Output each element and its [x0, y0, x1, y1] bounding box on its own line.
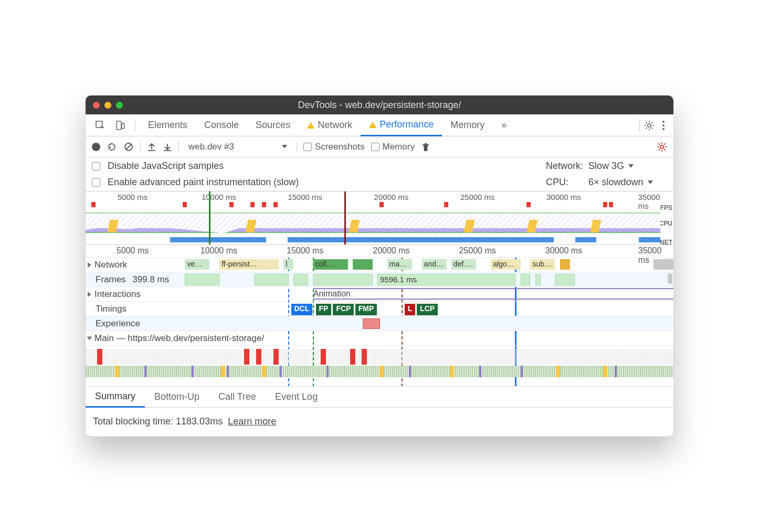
panel-tab-console[interactable]: Console — [196, 114, 247, 136]
checkbox-icon[interactable] — [92, 178, 100, 187]
collapse-triangle-icon[interactable] — [87, 336, 92, 340]
details-tab-summary[interactable]: Summary — [86, 387, 145, 408]
network-request-block[interactable]: sub… — [530, 259, 555, 270]
network-request-block[interactable] — [353, 259, 373, 270]
capture-settings-gear-icon[interactable] — [657, 142, 667, 152]
long-task-marker — [229, 202, 234, 207]
svg-line-8 — [646, 122, 647, 123]
expand-triangle-icon[interactable] — [88, 262, 91, 268]
main-flame-chart[interactable] — [86, 346, 673, 387]
network-request-block[interactable]: def… — [451, 259, 476, 270]
checkbox-icon[interactable] — [92, 162, 100, 171]
details-tabstrip: SummaryBottom-UpCall TreeEvent Log — [86, 387, 673, 408]
memory-toggle[interactable]: Memory — [371, 142, 415, 152]
flame-lanes[interactable]: Network ve…ff-persist…lcoll…ma…and…def…a… — [86, 258, 673, 387]
clear-icon[interactable] — [123, 142, 134, 152]
panel-tab-network[interactable]: Network — [299, 114, 361, 136]
svg-line-16 — [126, 144, 131, 150]
network-throttle-select[interactable]: Slow 3G — [588, 161, 667, 172]
svg-line-24 — [659, 143, 660, 144]
timing-badge-fp[interactable]: FP — [316, 304, 332, 315]
expand-triangle-icon[interactable] — [88, 292, 91, 297]
details-tab-bottom-up[interactable]: Bottom-Up — [145, 387, 209, 407]
details-tab-event-log[interactable]: Event Log — [266, 387, 327, 407]
lane-interactions[interactable]: Interactions Animation — [86, 287, 673, 302]
reload-record-icon[interactable] — [107, 142, 117, 152]
network-request-block[interactable]: ve… — [185, 259, 209, 270]
recording-select[interactable]: web.dev #3 — [185, 141, 290, 153]
panel-tab-performance[interactable]: Performance — [361, 115, 442, 136]
more-menu-icon[interactable] — [662, 120, 665, 131]
dropdown-triangle-icon — [648, 180, 653, 184]
record-button[interactable] — [92, 143, 100, 151]
frame-block[interactable] — [185, 274, 219, 285]
frame-block[interactable] — [313, 274, 373, 285]
cpu-throttle-select[interactable]: 6× slowdown — [588, 177, 667, 188]
timing-badge-lcp[interactable]: LCP — [417, 304, 438, 315]
timing-badge-dcl[interactable]: DCL — [291, 304, 313, 315]
panel-tab-elements[interactable]: Elements — [140, 114, 196, 136]
long-task-marker — [380, 202, 384, 207]
panel-tab-memory[interactable]: Memory — [442, 114, 493, 136]
collect-garbage-icon[interactable] — [421, 142, 430, 152]
settings-gear-icon[interactable] — [644, 120, 655, 131]
frame-block[interactable] — [555, 274, 575, 285]
timeline-overview[interactable]: 5000 ms10000 ms15000 ms20000 ms25000 ms3… — [86, 191, 673, 245]
network-request-block[interactable]: ma… — [387, 259, 412, 270]
svg-point-14 — [662, 128, 665, 130]
network-request-block[interactable]: ff-persist… — [219, 259, 279, 270]
frame-block[interactable] — [535, 274, 541, 285]
panel-tabstrip: ElementsConsoleSourcesNetworkPerformance… — [86, 114, 673, 136]
lane-network[interactable]: Network ve…ff-persist…lcoll…ma…and…def…a… — [86, 258, 673, 272]
layout-shift-block[interactable] — [363, 318, 380, 329]
timing-badge-fcp[interactable]: FCP — [333, 304, 354, 315]
frame-block[interactable]: 9596.1 ms — [377, 274, 515, 285]
titlebar[interactable]: DevTools - web.dev/persistent-storage/ — [86, 95, 673, 114]
maximize-window-button[interactable] — [116, 102, 123, 109]
long-task-marker — [262, 202, 266, 207]
lane-main-header[interactable]: Main — https://web.dev/persistent-storag… — [86, 331, 673, 346]
dropdown-triangle-icon — [628, 164, 634, 168]
network-request-block[interactable]: and… — [422, 259, 447, 270]
network-request-block[interactable]: coll… — [313, 259, 348, 270]
overflow-tabs-button[interactable]: » — [493, 114, 515, 136]
svg-rect-2 — [122, 123, 124, 129]
panel-tab-sources[interactable]: Sources — [247, 114, 299, 136]
long-task-marker — [526, 202, 531, 207]
learn-more-link[interactable]: Learn more — [228, 416, 276, 427]
frame-block[interactable] — [254, 274, 289, 285]
lane-frames[interactable]: Frames.399.8 ms 9596.1 ms — [86, 272, 673, 287]
device-toggle-icon[interactable] — [111, 117, 130, 134]
svg-point-12 — [662, 121, 665, 123]
network-request-block[interactable] — [560, 259, 570, 270]
summary-panel: Total blocking time: 1183.03ms Learn mor… — [86, 408, 673, 437]
inspect-element-icon[interactable] — [91, 117, 110, 134]
scrollbar-thumb[interactable] — [668, 259, 672, 269]
frame-block[interactable] — [521, 274, 531, 285]
network-request-block[interactable]: algo… — [491, 259, 520, 270]
screenshots-toggle[interactable]: Screenshots — [303, 142, 365, 152]
close-window-button[interactable] — [93, 102, 100, 109]
save-profile-icon[interactable] — [163, 142, 172, 152]
frame-block[interactable] — [293, 274, 308, 285]
screenshots-label: Screenshots — [315, 142, 365, 152]
timing-badge-l[interactable]: L — [405, 304, 416, 315]
divider — [140, 141, 141, 153]
frames-inline-value: 399.8 ms — [132, 274, 169, 285]
overview-selection-right-handle[interactable] — [344, 191, 346, 244]
lane-label: Timings — [96, 304, 126, 314]
warning-icon — [369, 122, 376, 128]
timing-badge-fmp[interactable]: FMP — [355, 304, 377, 315]
lane-timings[interactable]: Timings DCLFPFCPFMPLLCP — [86, 302, 673, 316]
lane-label: Network — [94, 260, 127, 270]
network-request-block[interactable]: l — [283, 259, 293, 270]
lane-experience[interactable]: Experience — [86, 316, 673, 331]
net-overview — [128, 237, 660, 242]
enable-paint-instrumentation-label: Enable advanced paint instrumentation (s… — [108, 177, 299, 188]
load-profile-icon[interactable] — [147, 142, 156, 152]
details-tab-call-tree[interactable]: Call Tree — [209, 387, 266, 407]
minimize-window-button[interactable] — [104, 102, 111, 109]
divider — [135, 119, 135, 132]
scrollbar-thumb[interactable] — [668, 273, 672, 284]
overview-selection-left-handle[interactable] — [209, 191, 210, 244]
